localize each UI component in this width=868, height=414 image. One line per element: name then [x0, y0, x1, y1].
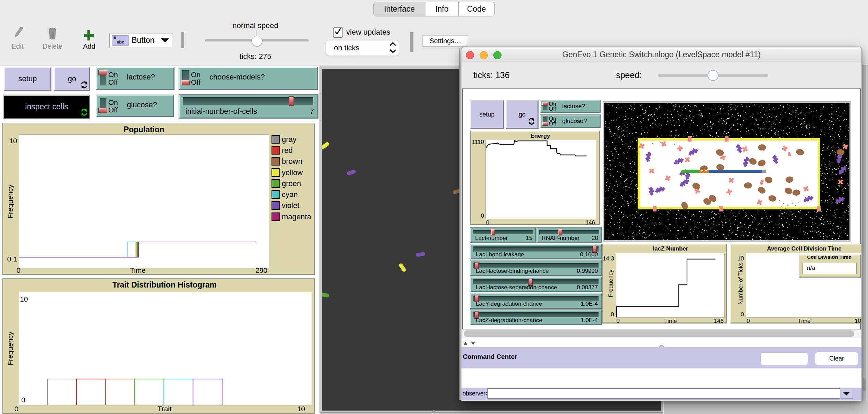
svg-text:abc: abc — [117, 39, 124, 45]
